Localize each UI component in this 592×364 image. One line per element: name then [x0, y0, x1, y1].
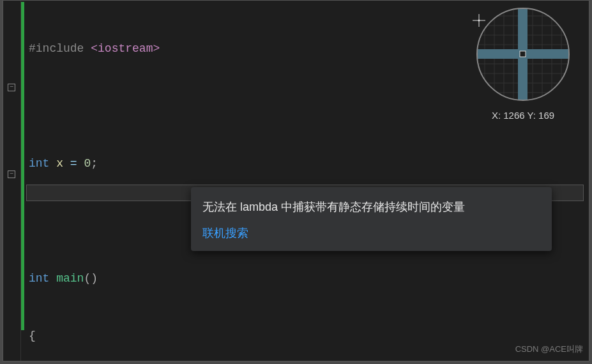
fold-toggle-icon[interactable]: − [8, 171, 15, 178]
code-line[interactable]: { [29, 326, 589, 345]
svg-rect-23 [520, 51, 526, 57]
editor-gutter: − − [3, 1, 21, 361]
code-line[interactable]: int main() [29, 269, 589, 288]
code-line[interactable]: int x = 0; [29, 154, 589, 173]
error-tooltip: 无法在 lambda 中捕获带有静态存储持续时间的变量 联机搜索 [191, 187, 552, 251]
fold-toggle-icon[interactable]: − [8, 84, 15, 91]
change-indicator [21, 2, 24, 330]
magnifier-icon [475, 6, 571, 102]
error-message: 无法在 lambda 中捕获带有静态存储持续时间的变量 [202, 199, 540, 216]
watermark-text: CSDN @ACE叫牌 [515, 340, 583, 359]
pixel-inspector-overlay: X: 1266 Y: 169 [466, 6, 581, 125]
search-online-link[interactable]: 联机搜索 [202, 225, 540, 242]
pixel-coordinates: X: 1266 Y: 169 [466, 106, 581, 125]
